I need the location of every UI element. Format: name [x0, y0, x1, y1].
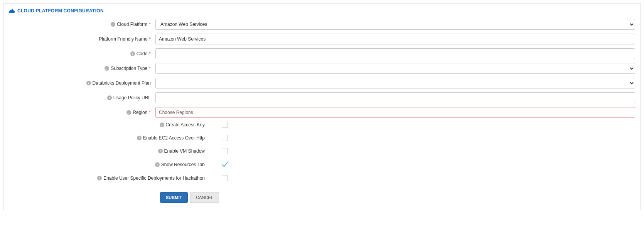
info-icon[interactable]: i [126, 110, 131, 115]
label-text: Enable User Specific Deployments for Hac… [103, 175, 205, 181]
label-text: Region [133, 110, 147, 115]
enable-user-hackathon-checkbox[interactable] [222, 175, 228, 181]
info-icon[interactable]: i [160, 122, 164, 127]
create-access-key-checkbox[interactable] [222, 122, 228, 128]
required-marker: * [149, 66, 151, 71]
cancel-button[interactable]: CANCEL [190, 192, 219, 203]
row-region: i Region* Choose Regions [9, 107, 635, 118]
row-cloud-platform: i Cloud Platform * Amazon Web Services [9, 19, 635, 30]
required-marker: * [149, 36, 151, 42]
label-usage-policy: i Usage Policy URL [9, 95, 155, 100]
row-enable-user-hackathon: i Enable User Specific Deployments for H… [9, 175, 635, 181]
row-usage-policy: i Usage Policy URL [9, 92, 635, 103]
show-resources-tab-checkbox[interactable] [221, 161, 228, 168]
label-text: Databricks Deployment Plan [93, 80, 151, 86]
info-icon[interactable]: i [86, 81, 91, 85]
row-show-resources-tab: i Show Resources Tab [9, 161, 635, 168]
label-show-resources-tab: i Show Resources Tab [9, 162, 209, 167]
label-subscription-type: i Subscription Type * [9, 66, 155, 71]
row-friendly-name: Platform Friendly Name * [9, 34, 635, 44]
friendly-name-input[interactable] [155, 34, 635, 44]
row-enable-ec2-http: i Enable EC2 Access Over Http [9, 135, 635, 141]
label-enable-vm-shadow: i Enable VM Shadow [9, 148, 209, 154]
label-text: Usage Policy URL [113, 95, 151, 100]
label-enable-user-hackathon: i Enable User Specific Deployments for H… [9, 175, 209, 181]
info-icon[interactable]: i [130, 51, 135, 56]
label-region: i Region* [9, 110, 155, 115]
cloud-platform-select[interactable]: Amazon Web Services [155, 19, 635, 30]
check-icon [221, 161, 228, 168]
required-marker: * [149, 51, 151, 56]
label-text: Cloud Platform [117, 22, 147, 27]
submit-button[interactable]: SUBMIT [160, 192, 188, 203]
region-input[interactable]: Choose Regions [155, 107, 635, 118]
info-icon[interactable]: i [158, 149, 163, 153]
subscription-type-select[interactable] [155, 63, 635, 74]
usage-policy-input[interactable] [155, 92, 635, 103]
required-marker: * [149, 22, 151, 27]
label-create-access-key: i Create Access Key [9, 122, 209, 128]
label-enable-ec2-http: i Enable EC2 Access Over Http [9, 135, 209, 141]
databricks-plan-select[interactable] [155, 78, 635, 88]
info-icon[interactable]: i [111, 22, 115, 27]
label-friendly-name: Platform Friendly Name * [9, 36, 155, 42]
buttons-row: SUBMIT CANCEL [9, 192, 635, 203]
enable-vm-shadow-checkbox[interactable] [222, 148, 228, 154]
row-subscription-type: i Subscription Type * [9, 63, 635, 74]
label-text: Enable VM Shadow [164, 148, 205, 154]
label-text: Show Resources Tab [161, 162, 205, 167]
info-icon[interactable]: i [137, 136, 142, 140]
config-panel: CLOUD PLATFORM CONFIGURATION i Cloud Pla… [3, 3, 641, 210]
label-text: Platform Friendly Name [99, 36, 147, 42]
row-databricks-plan: i Databricks Deployment Plan [9, 78, 635, 88]
info-icon[interactable]: i [107, 95, 112, 100]
panel-header: CLOUD PLATFORM CONFIGURATION [9, 8, 635, 14]
info-icon[interactable]: i [97, 176, 102, 180]
label-cloud-platform: i Cloud Platform * [9, 22, 155, 27]
required-marker: * [149, 110, 151, 115]
info-icon[interactable]: i [105, 66, 109, 71]
label-text: Enable EC2 Access Over Http [143, 135, 205, 141]
enable-ec2-http-checkbox[interactable] [222, 135, 228, 141]
row-enable-vm-shadow: i Enable VM Shadow [9, 148, 635, 154]
label-databricks-plan: i Databricks Deployment Plan [9, 80, 155, 86]
panel-title: CLOUD PLATFORM CONFIGURATION [17, 8, 104, 14]
code-input[interactable] [155, 48, 635, 59]
row-code: i Code * [9, 48, 635, 59]
info-icon[interactable]: i [155, 162, 160, 167]
label-text: Create Access Key [166, 122, 205, 128]
row-create-access-key: i Create Access Key [9, 122, 635, 128]
label-text: Code [137, 51, 148, 56]
cloud-icon [9, 9, 15, 13]
label-code: i Code * [9, 51, 155, 56]
label-text: Subscription Type [111, 66, 147, 71]
